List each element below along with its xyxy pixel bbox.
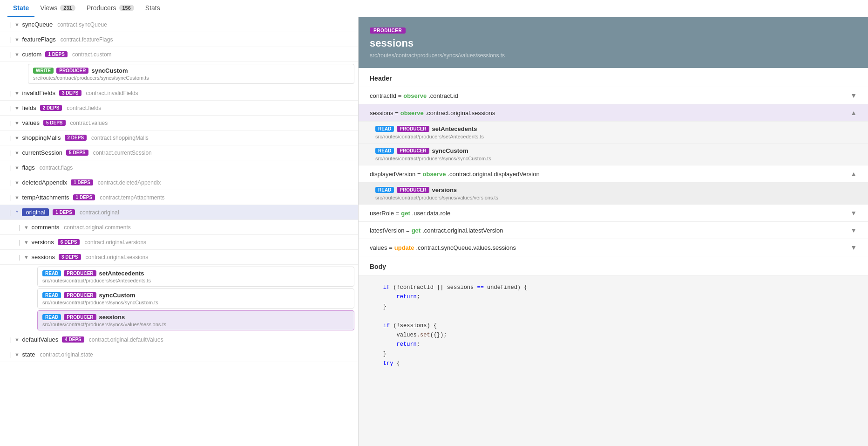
header-item-content: sessions = observe .contract.original.se… [370,110,495,117]
header-item-latestversion[interactable]: latestVersion = get .contract.original.l… [359,222,868,239]
header-item-contractid[interactable]: contractId = observe .contract.id ▼ [359,87,868,104]
sub-producer-versions[interactable]: READ PRODUCER versions src/routes/contra… [359,183,868,205]
producer-name: setAntecedents [432,125,477,132]
chevron-icon: ▼ [14,22,20,27]
header-item-sessions[interactable]: sessions = observe .contract.original.se… [359,104,868,122]
item-path: .contract.original.latestVersion [422,227,503,234]
chevron-down-icon: ▼ [850,209,857,217]
producer-name: syncCustom [99,292,136,299]
chevron-icon: ^ [14,210,20,215]
chevron-icon: ▼ [23,240,29,245]
header-item-userrole[interactable]: userRole = get .user.data.role ▼ [359,205,868,222]
tree-item-custom[interactable]: | ▼ custom 1 DEPS contract.custom [0,47,358,62]
item-path: .contract.id [428,92,458,99]
tree-item-state[interactable]: | ▼ state contract.original.state [0,347,358,362]
chevron-icon: ▼ [14,165,20,171]
top-nav: State Views 231 Producers 156 Stats [0,0,868,17]
item-path: .contract.original.sessions [426,110,495,117]
body-section: Body if (!contractId || sessions == unde… [359,256,868,376]
pipe-icon: | [9,164,11,171]
tree-item-invalidfields[interactable]: | ▼ invalidFields 3 DEPS contract.invali… [0,86,358,101]
kw-get: get [401,210,410,217]
code-body: if (!contractId || sessions == undefined… [359,275,868,376]
tree-item-featureflags[interactable]: | ▼ featureFlags contract.featureFlags [0,32,358,47]
item-name: original [22,208,49,216]
deps-badge: 1 DEPS [45,51,68,57]
tree-item-original[interactable]: | ^ original 1 DEPS contract.original [0,205,358,220]
nav-stats[interactable]: Stats [140,0,166,17]
header-item-content: latestVersion = get .contract.original.l… [370,227,503,234]
producer-card-synccustom-read[interactable]: READ PRODUCER syncCustom src/routes/cont… [37,288,354,309]
item-path: contract.original.sessions [86,254,149,261]
item-name: deletedAppendix [22,179,67,186]
tree-item-syncqueue[interactable]: | ▼ syncQueue contract.syncQueue [0,17,358,32]
deps-badge: 1 DEPS [53,209,75,215]
deps-badge: 1 DEPS [71,179,93,185]
item-name: defaultValues [22,336,58,343]
right-panel: PRODUCER sessions src/routes/contract/pr… [359,17,868,446]
producer-name: versions [432,186,457,193]
item-name: syncQueue [22,21,53,28]
nav-producers[interactable]: Producers 156 [81,0,140,17]
tree-item-currentsession[interactable]: | ▼ currentSession 5 DEPS contract.curre… [0,145,358,160]
producer-card-setantecedents[interactable]: READ PRODUCER setAntecedents src/routes/… [37,267,354,287]
deps-badge: 5 DEPS [43,120,66,126]
deps-badge: 2 DEPS [40,105,62,111]
pipe-icon: | [9,104,11,111]
item-name: tempAttachments [22,194,69,201]
pipe-icon: | [9,89,11,96]
tree-item-fields[interactable]: | ▼ fields 2 DEPS contract.fields [0,101,358,116]
item-label: values = [370,244,393,251]
nav-producers-badge: 156 [119,5,134,11]
sub-producer-synccustom[interactable]: READ PRODUCER syncCustom src/routes/cont… [359,144,868,165]
tree-item-defaultvalues[interactable]: | ▼ defaultValues 4 DEPS contract.origin… [0,332,358,347]
main-layout: | ▼ syncQueue contract.syncQueue | ▼ fea… [0,17,868,446]
producer-path: src/routes/contract/producers/syncs/valu… [42,322,349,327]
sub-producer-header: READ PRODUCER syncCustom [375,147,857,154]
chevron-icon: ▼ [14,337,20,343]
header-item-values[interactable]: values = update .contract.syncQueue.valu… [359,239,868,256]
card-header: WRITE PRODUCER syncCustom [33,67,349,74]
code-line: } [370,350,857,359]
sub-producer-setantecedents[interactable]: READ PRODUCER setAntecedents src/routes/… [359,122,868,144]
item-path: contract.flags [40,165,73,171]
header-section: Header contractId = observe .contract.id… [359,68,868,256]
chevron-icon: ▼ [14,150,20,156]
producer-path: src/routes/contract/producers/setAnteced… [375,134,857,139]
card-header: READ PRODUCER setAntecedents [42,270,349,277]
tree-item-shoppingmalls[interactable]: | ▼ shoppingMalls 2 DEPS contract.shoppi… [0,130,358,145]
tree-item-deletedappendix[interactable]: | ▼ deletedAppendix 1 DEPS contract.dele… [0,175,358,190]
header-item-displayedversion[interactable]: displayedVersion = observe .contract.ori… [359,165,868,183]
tree-item-comments[interactable]: | ▼ comments contract.original.comments [0,220,358,235]
producer-path: src/routes/contract/producers/syncs/sync… [33,75,349,81]
item-name: values [22,119,40,126]
producer-card-synccustom-write[interactable]: WRITE PRODUCER syncCustom src/routes/con… [28,64,354,84]
nav-state[interactable]: State [7,0,34,17]
nav-views[interactable]: Views 231 [34,0,81,17]
item-name: featureFlags [22,36,55,43]
tree-item-versions[interactable]: | ▼ versions 6 DEPS contract.original.ve… [0,235,358,250]
tree-item-sessions[interactable]: | ▼ sessions 3 DEPS contract.original.se… [0,250,358,265]
nav-views-badge: 231 [60,5,75,11]
code-block: if (!contractId || sessions == undefined… [370,283,857,369]
pipe-icon: | [9,119,11,126]
deps-badge: 3 DEPS [59,254,81,260]
pipe-icon: | [9,21,11,28]
producer-name: setAntecedents [99,270,144,277]
item-label: sessions = [370,110,399,117]
nav-state-label: State [13,4,29,12]
item-name: fields [22,104,36,111]
item-path: contract.custom [72,51,112,58]
read-badge: READ [375,148,394,154]
tree-item-tempattachments[interactable]: | ▼ tempAttachments 1 DEPS contract.temp… [0,190,358,205]
tree-item-flags[interactable]: | ▼ flags contract.flags [0,160,358,175]
producer-card-sessions[interactable]: READ PRODUCER sessions src/routes/contra… [37,310,354,330]
deps-badge: 5 DEPS [66,150,88,156]
chevron-icon: ▼ [14,195,20,200]
left-panel[interactable]: | ▼ syncQueue contract.syncQueue | ▼ fea… [0,17,359,446]
tree-item-values[interactable]: | ▼ values 5 DEPS contract.values [0,116,358,130]
card-header: READ PRODUCER syncCustom [42,292,349,299]
producer-name: syncCustom [432,147,468,154]
header-item-content: userRole = get .user.data.role [370,210,450,217]
code-line: try { [370,359,857,368]
